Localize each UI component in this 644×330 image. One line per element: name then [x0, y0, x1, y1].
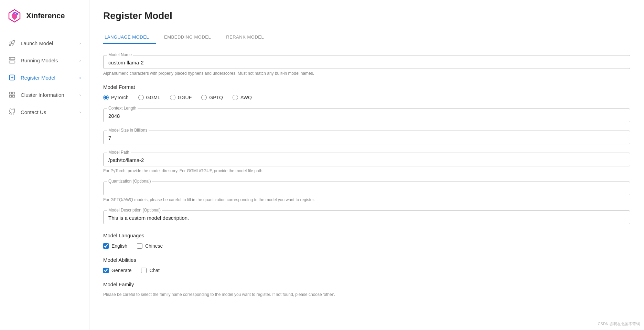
tab-language-model[interactable]: LANGUAGE MODEL — [103, 31, 156, 44]
model-description-section: Model Description (Optional) — [103, 210, 630, 224]
plus-square-icon — [8, 74, 16, 81]
quantization-hint: For GPTQ/AWQ models, please be careful t… — [103, 197, 630, 202]
context-length-label: Context Length — [107, 106, 138, 111]
github-icon — [8, 108, 16, 116]
sidebar-item-register-model[interactable]: Register Model › — [0, 69, 89, 86]
model-languages-label: Model Languages — [103, 233, 630, 238]
chevron-right-icon: › — [79, 75, 81, 80]
checkbox-english[interactable]: English — [103, 243, 127, 249]
radio-awq[interactable]: AWQ — [233, 95, 252, 100]
checkbox-english-input[interactable] — [103, 243, 109, 249]
quantization-field-wrapper: Quantization (Optional) — [103, 182, 630, 195]
model-description-input[interactable] — [108, 214, 625, 221]
tab-embedding-model[interactable]: EMBEDDING MODEL — [163, 31, 218, 44]
model-name-field-wrapper: Model Name — [103, 55, 630, 69]
main-content: Register Model LANGUAGE MODEL EMBEDDING … — [89, 0, 644, 330]
radio-awq-label: AWQ — [240, 95, 252, 100]
model-abilities-checkbox-group: Generate Chat — [103, 268, 630, 273]
model-name-hint: Alphanumeric characters with properly pl… — [103, 71, 630, 76]
radio-gptq[interactable]: GPTQ — [201, 95, 223, 100]
checkbox-generate-label: Generate — [111, 268, 131, 273]
model-name-input[interactable] — [108, 58, 625, 65]
radio-ggml-input[interactable] — [138, 95, 144, 100]
checkbox-generate[interactable]: Generate — [103, 268, 131, 273]
model-description-field-wrapper: Model Description (Optional) — [103, 210, 630, 224]
model-size-section: Model Size in Billions — [103, 131, 630, 144]
context-length-section: Context Length — [103, 109, 630, 122]
model-languages-checkbox-group: English Chinese — [103, 243, 630, 249]
chevron-right-icon: › — [79, 110, 81, 115]
svg-rect-9 — [13, 92, 15, 94]
radio-pytorch-input[interactable] — [103, 95, 109, 100]
checkbox-chinese-label: Chinese — [145, 243, 163, 249]
chevron-right-icon: › — [79, 41, 81, 46]
sidebar-item-launch-model-label: Launch Model — [21, 40, 53, 46]
rocket-icon — [8, 39, 16, 47]
radio-gguf-label: GGUF — [178, 95, 192, 100]
model-name-label: Model Name — [107, 52, 133, 57]
radio-gguf-input[interactable] — [170, 95, 175, 100]
model-path-field-wrapper: Model Path — [103, 153, 630, 166]
context-length-field-wrapper: Context Length — [103, 109, 630, 122]
svg-rect-2 — [9, 61, 15, 63]
sidebar: Xinference Launch Model › — [0, 0, 89, 330]
model-size-input[interactable] — [108, 134, 625, 141]
sidebar-item-launch-model[interactable]: Launch Model › — [0, 34, 89, 52]
radio-gguf[interactable]: GGUF — [170, 95, 192, 100]
model-path-label: Model Path — [107, 150, 131, 155]
context-length-input[interactable] — [108, 112, 625, 119]
model-path-input[interactable] — [108, 156, 625, 163]
radio-gptq-label: GPTQ — [209, 95, 223, 100]
model-family-hint: Please be careful to select the family n… — [103, 292, 630, 297]
watermark: CSDN @我在北国不背锅 — [598, 321, 640, 327]
sidebar-item-register-model-label: Register Model — [21, 75, 55, 81]
model-family-label: Model Family — [103, 281, 630, 287]
radio-gptq-input[interactable] — [201, 95, 207, 100]
checkbox-chinese[interactable]: Chinese — [137, 243, 163, 249]
model-size-label: Model Size in Billions — [107, 128, 149, 133]
model-abilities-label: Model Abilities — [103, 257, 630, 263]
model-name-section: Model Name Alphanumeric characters with … — [103, 55, 630, 76]
nav-items: Launch Model › Running Models › — [0, 32, 89, 123]
svg-rect-1 — [9, 58, 15, 60]
checkbox-generate-input[interactable] — [103, 268, 109, 273]
model-size-field-wrapper: Model Size in Billions — [103, 131, 630, 144]
sidebar-item-running-models[interactable]: Running Models › — [0, 52, 89, 69]
sidebar-item-cluster-information[interactable]: Cluster Information › — [0, 86, 89, 103]
tab-bar: LANGUAGE MODEL EMBEDDING MODEL RERANK MO… — [103, 31, 630, 44]
page-title: Register Model — [103, 10, 630, 21]
model-description-label: Model Description (Optional) — [107, 208, 162, 213]
sidebar-item-contact-us-label: Contact Us — [21, 109, 46, 115]
quantization-input[interactable] — [108, 185, 625, 192]
server-icon — [8, 56, 16, 64]
checkbox-chinese-input[interactable] — [137, 243, 142, 249]
checkbox-chat[interactable]: Chat — [141, 268, 160, 273]
radio-pytorch[interactable]: PyTorch — [103, 95, 129, 100]
model-format-label: Model Format — [103, 84, 630, 90]
tab-rerank-model[interactable]: RERANK MODEL — [225, 31, 271, 44]
model-format-section: Model Format PyTorch GGML GGUF GPTQ AWQ — [103, 84, 630, 100]
radio-ggml[interactable]: GGML — [138, 95, 160, 100]
sidebar-item-contact-us[interactable]: Contact Us › — [0, 103, 89, 121]
checkbox-chat-input[interactable] — [141, 268, 147, 273]
model-family-hint-text: Please be careful to select the family n… — [103, 292, 335, 297]
model-abilities-section: Model Abilities Generate Chat — [103, 257, 630, 273]
chevron-right-icon: › — [79, 92, 81, 97]
sidebar-item-cluster-information-label: Cluster Information — [21, 92, 64, 98]
radio-awq-input[interactable] — [233, 95, 238, 100]
model-path-section: Model Path For PyTorch, provide the mode… — [103, 153, 630, 173]
sidebar-item-running-models-label: Running Models — [21, 58, 58, 63]
svg-rect-10 — [13, 95, 15, 97]
model-path-hint: For PyTorch, provide the model directory… — [103, 168, 630, 173]
model-languages-section: Model Languages English Chinese — [103, 233, 630, 249]
radio-pytorch-label: PyTorch — [111, 95, 129, 100]
model-format-radio-group: PyTorch GGML GGUF GPTQ AWQ — [103, 95, 630, 100]
svg-rect-11 — [10, 95, 12, 97]
checkbox-chat-label: Chat — [149, 268, 160, 273]
quantization-label: Quantization (Optional) — [107, 179, 152, 184]
svg-rect-8 — [10, 92, 12, 94]
radio-ggml-label: GGML — [146, 95, 160, 100]
chevron-right-icon: › — [79, 58, 81, 63]
logo-area: Xinference — [0, 0, 89, 32]
quantization-section: Quantization (Optional) For GPTQ/AWQ mod… — [103, 182, 630, 202]
